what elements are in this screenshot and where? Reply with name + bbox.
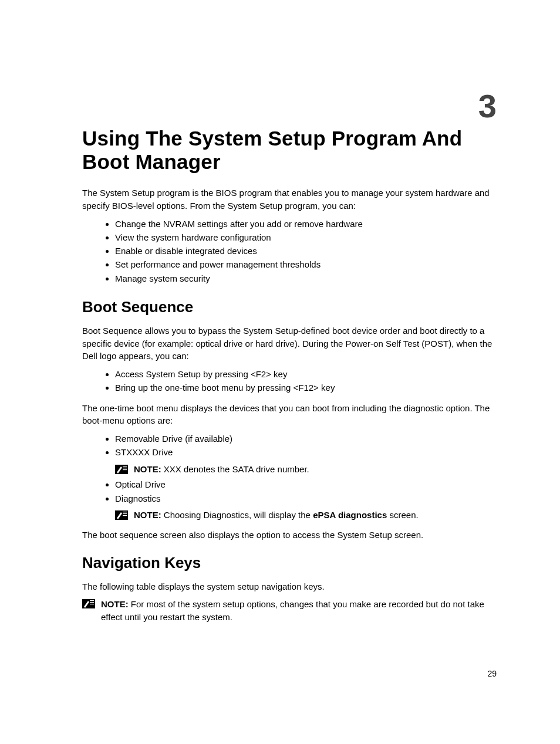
list-item: View the system hardware configuration [115, 231, 497, 244]
svg-rect-2 [123, 468, 127, 468]
note-label: NOTE: [101, 599, 131, 609]
boot-menu-list: Removable Drive (if available) STXXXX Dr… [82, 432, 497, 522]
list-item: Change the NVRAM settings after you add … [115, 217, 497, 231]
note-body-post: screen. [387, 510, 418, 520]
svg-rect-6 [123, 513, 127, 514]
boot-access-list: Access System Setup by pressing <F2> key… [82, 367, 497, 395]
body-paragraph: The one-time boot menu displays the devi… [82, 402, 497, 428]
document-page: 3 Using The System Setup Program And Boo… [0, 0, 560, 744]
note-body-bold: ePSA diagnostics [313, 510, 387, 520]
note-label: NOTE: [134, 510, 164, 520]
svg-rect-5 [123, 512, 127, 512]
note-text: NOTE: XXX denotes the SATA drive number. [134, 463, 309, 476]
list-item: Bring up the one-time boot menu by press… [115, 381, 497, 394]
list-item: Optical Drive [115, 478, 497, 491]
note-block: NOTE: For most of the system setup optio… [82, 598, 497, 624]
svg-rect-3 [123, 469, 127, 470]
svg-rect-1 [123, 466, 127, 466]
list-item: Removable Drive (if available) [115, 432, 497, 445]
list-item: Manage system security [115, 272, 497, 285]
page-number: 29 [487, 669, 497, 678]
intro-paragraph: The System Setup program is the BIOS pro… [82, 187, 497, 212]
intro-list: Change the NVRAM settings after you add … [82, 217, 497, 285]
list-item-text: Diagnostics [115, 493, 161, 503]
list-item: Enable or disable integrated devices [115, 244, 497, 258]
note-body-pre: Choosing Diagnostics, will display the [164, 510, 313, 520]
svg-rect-10 [90, 602, 94, 603]
list-item: Set performance and power management thr… [115, 258, 497, 271]
note-icon [82, 599, 95, 608]
section-heading-boot-sequence: Boot Sequence [82, 298, 497, 316]
page-title: Using The System Setup Program And Boot … [82, 127, 497, 174]
note-label: NOTE: [134, 464, 164, 474]
list-item: Diagnostics NOTE: Choosing Diagnostics, … [115, 492, 497, 522]
svg-rect-7 [123, 515, 127, 516]
note-body: For most of the system setup options, ch… [101, 599, 484, 622]
body-paragraph: Boot Sequence allows you to bypass the S… [82, 324, 497, 363]
chapter-number: 3 [478, 87, 497, 125]
list-item-text: STXXXX Drive [115, 447, 173, 457]
svg-rect-11 [90, 604, 94, 604]
list-item: STXXXX Drive NOTE: XXX denotes the SATA … [115, 445, 497, 475]
note-text: NOTE: Choosing Diagnostics, will display… [134, 509, 419, 522]
list-item: Access System Setup by pressing <F2> key [115, 367, 497, 381]
note-body: XXX denotes the SATA drive number. [164, 464, 309, 474]
body-paragraph: The boot sequence screen also displays t… [82, 529, 497, 542]
note-text: NOTE: For most of the system setup optio… [101, 598, 497, 624]
section-heading-navigation-keys: Navigation Keys [82, 554, 497, 572]
note-icon [115, 510, 128, 519]
svg-rect-9 [90, 600, 94, 601]
body-paragraph: The following table displays the system … [82, 580, 497, 593]
note-icon [115, 464, 128, 474]
